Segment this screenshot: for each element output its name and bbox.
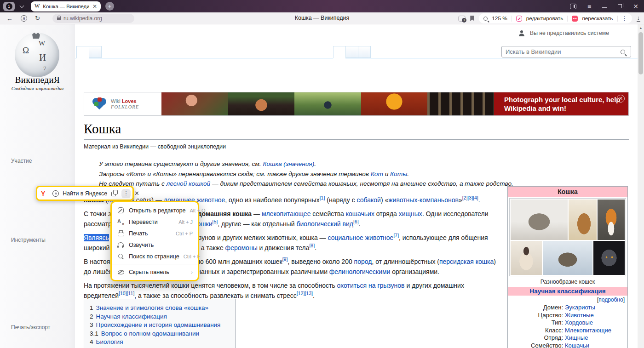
edit-button[interactable]: редактировать (526, 15, 564, 22)
inline-link[interactable]: лесной кошкой (167, 180, 211, 187)
inline-link[interactable]: биологический вид (296, 220, 353, 228)
inline-link[interactable]: животных-компаньонов (388, 196, 459, 204)
download-icon[interactable]: ↓ (637, 15, 641, 22)
toc-item[interactable]: 4Биология (90, 338, 230, 347)
inline-link[interactable]: подробно (598, 297, 623, 303)
inline-link[interactable]: Кошка (значения) (263, 160, 314, 167)
taxonomy-value[interactable]: Животные (565, 312, 594, 319)
yandex-icon[interactable]: я (21, 15, 27, 22)
toc-link[interactable]: Научная классификация (96, 313, 167, 320)
reference-link[interactable]: [1] (320, 195, 325, 200)
inline-link[interactable]: охотиться на грызунов (337, 282, 405, 289)
toc-link[interactable]: Биология (96, 338, 123, 345)
wiki-tab[interactable] (358, 46, 371, 58)
banner-message[interactable]: Photograph your local culture, help Wiki… (494, 92, 628, 115)
inline-link[interactable]: Коты (390, 171, 407, 177)
menu-icon[interactable]: ≡ (587, 3, 591, 10)
taxonomy-value[interactable]: Эукариоты (565, 304, 595, 312)
new-tab-button[interactable]: + (105, 2, 114, 11)
protect-icon[interactable]: 1 (458, 16, 466, 22)
menu-item[interactable]: Скрыть панель › (112, 266, 198, 278)
toc-link[interactable]: Происхождение и история одомашнивания (96, 321, 221, 328)
inline-link[interactable]: собакой (357, 196, 381, 204)
retell-button[interactable]: пересказать (582, 15, 613, 22)
search-icon[interactable] (621, 50, 625, 54)
toc-item[interactable]: 1Значение и этимология слова «кошка» (90, 304, 230, 313)
wiki-search-box[interactable] (501, 46, 631, 57)
toc-link[interactable]: Значение и этимология слова «кошка» (96, 304, 208, 311)
edit-mode-icon[interactable] (516, 16, 522, 22)
lock-icon[interactable] (57, 17, 61, 20)
bookmark-icon[interactable] (470, 16, 474, 21)
wiki-tab[interactable] (89, 46, 102, 58)
reference-link[interactable]: [5] (213, 219, 218, 224)
menu-item[interactable]: Открыть в редакторе Alt + O (112, 205, 198, 216)
taxonomy-value[interactable]: Хордовые (565, 319, 593, 327)
toc-item[interactable]: 3.1Вопрос о полном одомашнивании (90, 330, 230, 338)
scrollbar[interactable]: ▲ (638, 24, 644, 348)
cat-photo-tabby-snow[interactable] (543, 241, 592, 275)
cat-photo-gray[interactable] (593, 241, 625, 275)
cat-photo-siamese[interactable] (511, 241, 542, 275)
menu-item[interactable]: Печать Ctrl + P (112, 228, 198, 239)
menu-item[interactable]: Поиск по странице Ctrl + F (112, 251, 198, 262)
toc-item[interactable]: 4.1Физиология (90, 347, 230, 348)
address-bar[interactable]: ru.wikipedia.org (52, 14, 134, 23)
kebab-menu-icon[interactable]: ⋮ (622, 15, 627, 22)
wiki-tab[interactable] (333, 46, 345, 58)
wiki-loves-folklore-banner[interactable]: Wiki Loves FOLKLORE Photograph your loca… (84, 92, 629, 116)
toc-item[interactable]: 2Научная классификация (90, 313, 230, 321)
close-icon[interactable]: ✕ (633, 3, 638, 10)
chat-panels-icon[interactable] (570, 4, 576, 9)
inline-link[interactable]: млекопитающее (262, 210, 311, 217)
taxonomy-value[interactable]: Млекопитающие (565, 327, 611, 335)
back-icon[interactable]: ← (6, 15, 13, 22)
reference-link[interactable]: [3] (467, 195, 473, 200)
taxonomy-value[interactable]: Хищные (565, 334, 588, 342)
wikipedia-wordmark[interactable]: ВикипедиЯ (0, 75, 75, 85)
copy-icon[interactable] (111, 190, 118, 197)
retell-icon[interactable] (572, 16, 578, 22)
reference-link[interactable]: [10] (119, 291, 127, 296)
close-icon[interactable]: ✕ (134, 190, 139, 197)
inline-link[interactable]: Кот (371, 171, 383, 177)
cat-photo-orange-white[interactable] (598, 200, 625, 240)
inline-link[interactable]: персидская кошка (439, 258, 494, 265)
reference-link[interactable]: [7] (393, 233, 399, 238)
inline-link[interactable]: социальное животное (328, 234, 394, 241)
menu-item[interactable]: Озвучить (112, 239, 198, 251)
reload-icon[interactable]: ↻ (35, 15, 40, 22)
scroll-up-arrow[interactable]: ▲ (638, 24, 644, 29)
reference-link[interactable]: [12] (297, 291, 305, 296)
restore-icon[interactable] (618, 4, 622, 8)
wiki-tab[interactable] (76, 46, 89, 58)
reference-link[interactable]: [11] (127, 291, 135, 296)
search-input[interactable] (502, 48, 621, 55)
reference-link[interactable]: [13] (305, 291, 313, 296)
toc-item[interactable]: 3Происхождение и история одомашнивания (90, 321, 230, 330)
yandex-search-icon[interactable]: я (52, 190, 59, 197)
zoom-level[interactable]: 125 % (492, 15, 507, 22)
wiki-tab[interactable] (345, 46, 358, 58)
browser-tab[interactable]: W Кошка — Википедия ✕ (31, 1, 101, 11)
minimize-icon[interactable] (602, 7, 607, 8)
kebab-menu-icon[interactable]: ⋮ (121, 189, 131, 198)
inline-link[interactable]: пород (354, 258, 372, 265)
banner-close-icon[interactable]: ✕ (617, 95, 625, 103)
reference-link[interactable]: [4] (473, 195, 478, 200)
reference-link[interactable]: [6] (353, 219, 359, 224)
inline-link[interactable]: фелинологическими (329, 268, 391, 275)
chevron-down-icon[interactable] (20, 3, 24, 8)
inline-link[interactable]: феромоны (225, 244, 258, 251)
toc-link[interactable]: Вопрос о полном одомашнивании (101, 330, 199, 337)
search-in-yandex-button[interactable]: Найти в Яндексе (63, 190, 107, 197)
classification-header[interactable]: Научная классификация (508, 287, 627, 296)
menu-item[interactable]: Перевести Alt + J (112, 216, 198, 228)
cat-photo-tabby-lying[interactable] (511, 200, 568, 240)
reference-link[interactable]: [8] (309, 243, 315, 248)
reference-link[interactable]: [2] (462, 195, 468, 200)
inline-link[interactable]: хищных (399, 210, 422, 217)
inline-link[interactable]: кошачьих (346, 210, 374, 217)
tab-close-icon[interactable]: ✕ (92, 3, 97, 10)
tab-group-badge[interactable]: 1 (3, 2, 15, 11)
